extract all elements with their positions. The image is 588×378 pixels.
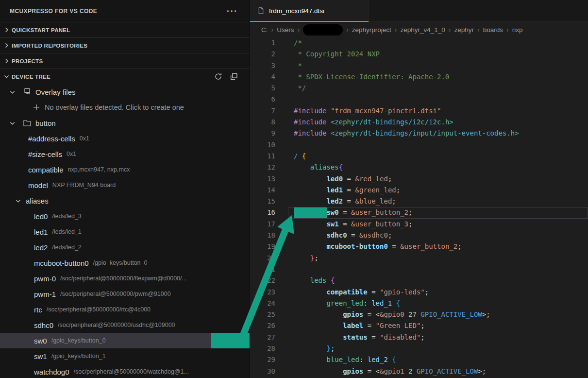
section-quickstart-panel[interactable]: QUICKSTART PANEL bbox=[0, 22, 250, 37]
line-number[interactable]: 5 bbox=[250, 83, 275, 94]
line-number[interactable]: 3 bbox=[250, 60, 275, 71]
code-line-13[interactable]: 13 led0 = &red_led; bbox=[250, 173, 588, 185]
code-line-3[interactable]: 3 * bbox=[250, 60, 588, 71]
tree-item-led1[interactable]: led1/leds/led_1 bbox=[0, 224, 250, 240]
code-line-9[interactable]: 9#include <zephyr/dt-bindings/input/inpu… bbox=[250, 128, 588, 139]
line-number[interactable]: 22 bbox=[250, 275, 275, 286]
tree-item-pwm-0[interactable]: pwm-0/soc/peripheral@50000000/flexpwm@d0… bbox=[0, 271, 250, 286]
tree-item-sdhc0[interactable]: sdhc0/soc/peripheral@50000000/usdhc@1090… bbox=[0, 317, 250, 333]
code-line-2[interactable]: 2 * Copyright 2024 NXP bbox=[250, 49, 588, 60]
code-line-11[interactable]: 11/ { bbox=[250, 151, 588, 162]
line-number[interactable]: 13 bbox=[250, 173, 275, 185]
line-number[interactable]: 17 bbox=[250, 219, 275, 230]
section-imported-repositories[interactable]: IMPORTED REPOSITORIES bbox=[0, 37, 250, 53]
tree-item-watchdog0[interactable]: watchdog0/soc/peripheral@50000000/watchd… bbox=[0, 364, 250, 378]
code-line-25[interactable]: 25 gpios = <&gpio0 27 GPIO_ACTIVE_LOW>; bbox=[250, 309, 588, 320]
line-number[interactable]: 18 bbox=[250, 230, 275, 241]
code-line-18[interactable]: 18 sdhc0 = &usdhc0; bbox=[250, 230, 588, 241]
code-line-20[interactable]: 20 }; bbox=[250, 253, 588, 264]
line-number[interactable]: 25 bbox=[250, 309, 275, 320]
breadcrumb-item[interactable]: zephyr_v4_1_0 bbox=[401, 26, 445, 34]
line-number[interactable]: 15 bbox=[250, 196, 275, 207]
tree-item-rtc[interactable]: rtc/soc/peripheral@50000000/rtc@4c000 bbox=[0, 302, 250, 317]
code-line-28[interactable]: 28 }; bbox=[250, 343, 588, 354]
code-line-26[interactable]: 26 label = "Green LED"; bbox=[250, 320, 588, 331]
code-line-1[interactable]: 1/* bbox=[250, 37, 588, 49]
line-number[interactable]: 29 bbox=[250, 354, 275, 365]
code-line-5[interactable]: 5 */ bbox=[250, 83, 588, 94]
code-line-6[interactable]: 6 bbox=[250, 94, 588, 105]
code-line-15[interactable]: 15 led2 = &blue_led; bbox=[250, 196, 588, 207]
line-number[interactable]: 28 bbox=[250, 343, 275, 354]
tree-item-pwm-1[interactable]: pwm-1/soc/peripheral@50000000/pwm@91000 bbox=[0, 286, 250, 302]
code-line-8[interactable]: 8#include <zephyr/dt-bindings/i2c/i2c.h> bbox=[250, 117, 588, 128]
tab-frdm-mcxn947-dtsi[interactable]: frdm_mcxn947.dtsi bbox=[250, 0, 369, 21]
line-number[interactable]: 8 bbox=[250, 117, 275, 128]
alias-name: mcuboot-button0 bbox=[34, 259, 89, 267]
line-number[interactable]: 20 bbox=[250, 253, 275, 264]
line-number[interactable]: 27 bbox=[250, 332, 275, 343]
tree-item-overlay-files[interactable]: Overlay files bbox=[0, 84, 250, 100]
section-projects[interactable]: PROJECTS bbox=[0, 53, 250, 69]
code-line-19[interactable]: 19 mcuboot-button0 = &user_button_2; bbox=[250, 241, 588, 252]
tree-item-mcuboot-button0[interactable]: mcuboot-button0/gpio_keys/button_0 bbox=[0, 255, 250, 271]
line-number[interactable]: 6 bbox=[250, 94, 275, 105]
breadcrumb-item[interactable]: Users bbox=[277, 26, 294, 34]
line-number[interactable]: 26 bbox=[250, 320, 275, 331]
line-number[interactable]: 10 bbox=[250, 139, 275, 151]
code-line-22[interactable]: 22 leds { bbox=[250, 275, 588, 286]
collapse-all-icon[interactable] bbox=[230, 72, 238, 81]
line-number[interactable]: 21 bbox=[250, 264, 275, 275]
code-line-12[interactable]: 12 aliases{ bbox=[250, 162, 588, 173]
breadcrumb-item[interactable]: nxp bbox=[512, 26, 523, 34]
line-number[interactable]: 7 bbox=[250, 105, 275, 117]
refresh-icon[interactable] bbox=[214, 72, 222, 81]
line-number[interactable]: 14 bbox=[250, 185, 275, 196]
code-line-23[interactable]: 23 compatible = "gpio-leds"; bbox=[250, 287, 588, 298]
line-number[interactable]: 23 bbox=[250, 287, 275, 298]
section-device-tree[interactable]: DEVICE TREE bbox=[0, 69, 250, 84]
code-line-4[interactable]: 4 * SPDX-License-Identifier: Apache-2.0 bbox=[250, 71, 588, 83]
line-number[interactable]: 11 bbox=[250, 151, 275, 162]
tree-item-button-node[interactable]: button bbox=[0, 115, 250, 131]
line-number[interactable]: 2 bbox=[250, 49, 275, 60]
code-token: &usdhc0 bbox=[359, 231, 388, 239]
breadcrumb-item[interactable]: C: bbox=[261, 26, 268, 34]
tree-item-address-cells[interactable]: #address-cells0x1 bbox=[0, 131, 250, 146]
breadcrumb-item[interactable]: boards bbox=[483, 26, 503, 34]
tree-item-compatible[interactable]: compatiblenxp,mcxn947, nxp,mcx bbox=[0, 162, 250, 177]
tree-item-model[interactable]: modelNXP FRDM_N94 board bbox=[0, 177, 250, 193]
line-number[interactable]: 12 bbox=[250, 162, 275, 173]
line-number[interactable]: 16 bbox=[250, 207, 275, 218]
tree-item-led0[interactable]: led0/leds/led_3 bbox=[0, 208, 250, 224]
tree-item-label: button bbox=[35, 119, 56, 127]
code-line-10[interactable]: 10 bbox=[250, 139, 588, 151]
breadcrumb-item[interactable]: zephyr bbox=[454, 26, 474, 34]
code-line-30[interactable]: 30 gpios = <&gpio1 2 GPIO_ACTIVE_LOW>; bbox=[250, 366, 588, 377]
tree-item-size-cells[interactable]: #size-cells0x1 bbox=[0, 146, 250, 162]
code-line-17[interactable]: 17 sw1 = &user_button_3; bbox=[250, 219, 588, 230]
code-line-7[interactable]: 7#include "frdm_mcxn947-pinctrl.dtsi" bbox=[250, 105, 588, 117]
tree-item-create-overlay[interactable]: No overlay files detected. Click to crea… bbox=[0, 100, 250, 115]
tree-item-sw0[interactable]: sw0/gpio_keys/button_0 bbox=[0, 333, 250, 348]
tree-item-aliases[interactable]: aliases bbox=[0, 193, 250, 208]
code-token: GPIO_ACTIVE_LOW bbox=[417, 367, 478, 375]
code-line-16[interactable]: 16 sw0 = &user_button_2; bbox=[250, 207, 588, 218]
tree-item-led2[interactable]: led2/leds/led_2 bbox=[0, 240, 250, 255]
code-line-24[interactable]: 24 green_led: led_1 { bbox=[250, 298, 588, 309]
line-number[interactable]: 19 bbox=[250, 241, 275, 252]
code-line-14[interactable]: 14 led1 = &green_led; bbox=[250, 185, 588, 196]
line-number[interactable]: 9 bbox=[250, 128, 275, 139]
code-token: <zephyr/dt-bindings/input/input-event-co… bbox=[331, 129, 519, 137]
line-number[interactable]: 30 bbox=[250, 366, 275, 377]
code-token: led1 bbox=[326, 186, 343, 194]
code-line-27[interactable]: 27 status = "disabled"; bbox=[250, 332, 588, 343]
code-line-29[interactable]: 29 blue_led: led_2 { bbox=[250, 354, 588, 365]
code-line-21[interactable]: 21 bbox=[250, 264, 588, 275]
tree-item-sw1[interactable]: sw1/gpio_keys/button_1 bbox=[0, 348, 250, 364]
line-number[interactable]: 4 bbox=[250, 71, 275, 83]
line-number[interactable]: 1 bbox=[250, 37, 275, 49]
breadcrumb-item[interactable]: zephyrproject bbox=[352, 26, 391, 34]
more-actions-icon[interactable]: ··· bbox=[227, 7, 238, 15]
line-number[interactable]: 24 bbox=[250, 298, 275, 309]
